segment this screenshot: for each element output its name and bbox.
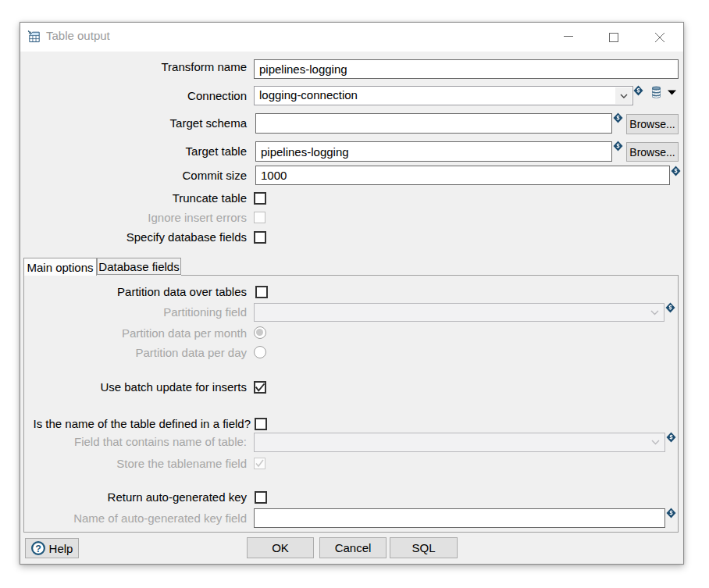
svg-text:?: ?	[35, 543, 41, 554]
